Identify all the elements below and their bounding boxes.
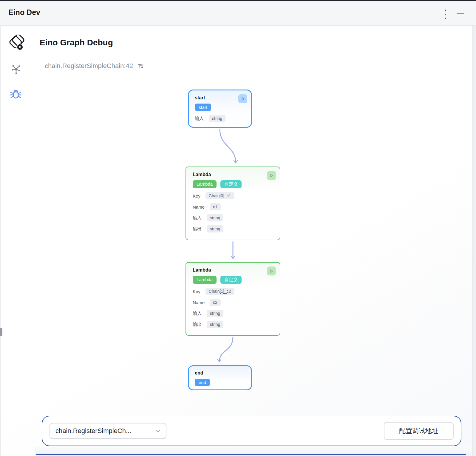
- flow-node-start[interactable]: start start 输入 string: [188, 90, 252, 128]
- input-label: 输入: [193, 311, 202, 316]
- output-label: 输出: [193, 322, 202, 327]
- chain-selector-value: chain.RegisterSimpleCh...: [55, 427, 131, 435]
- sort-icon[interactable]: [137, 62, 144, 70]
- name-label: Name: [193, 204, 205, 209]
- kebab-menu-icon[interactable]: [443, 10, 447, 19]
- flow-node-lambda-c2[interactable]: Lambda Lambda 自定义 Key Chain[1]_c2 Name c…: [186, 262, 280, 336]
- window-title: Eino Dev: [8, 8, 40, 17]
- minimize-icon[interactable]: [457, 13, 464, 14]
- graph-view-icon[interactable]: [11, 63, 21, 75]
- bug-debug-icon[interactable]: [10, 87, 22, 100]
- node-type-tag: Lambda: [193, 276, 217, 284]
- kebab-dot: [445, 18, 446, 19]
- page-title: Eino Graph Debug: [40, 38, 113, 47]
- node-title: end: [195, 370, 245, 376]
- scrollbar-gutter[interactable]: [472, 26, 476, 456]
- output-label: 输出: [193, 226, 202, 232]
- custom-tag: 自定义: [220, 276, 242, 284]
- panel-drag-handle[interactable]: [0, 328, 2, 336]
- kebab-dot: [445, 14, 446, 15]
- debug-toolbar: chain.RegisterSimpleCh... 配置调试地址: [42, 416, 461, 446]
- window-top-border: [0, 0, 476, 1]
- name-value-pill: c2: [210, 299, 221, 306]
- node-type-tag: end: [195, 379, 210, 386]
- play-icon: [269, 269, 274, 273]
- node-title: Lambda: [193, 267, 273, 273]
- key-label: Key: [193, 289, 200, 294]
- flow-node-lambda-c1[interactable]: Lambda Lambda 自定义 Key Chain[0]_c1 Name c…: [186, 167, 280, 240]
- name-value-pill: c1: [210, 203, 221, 210]
- input-type-pill: string: [209, 115, 225, 122]
- run-node-button[interactable]: [267, 266, 276, 275]
- output-type-pill: string: [207, 321, 223, 328]
- run-node-button[interactable]: [267, 171, 276, 180]
- node-type-tag: start: [195, 104, 211, 111]
- key-value-pill: Chain[0]_c1: [205, 192, 234, 199]
- key-value-pill: Chain[1]_c2: [205, 288, 234, 295]
- eino-logo-icon: [9, 35, 26, 52]
- chain-function-label: chain.RegisterSimpleChain:42: [45, 62, 133, 70]
- window-titlebar: Eino Dev: [0, 1, 476, 26]
- key-label: Key: [193, 193, 200, 198]
- input-type-pill: string: [207, 310, 223, 317]
- configure-debug-address-button[interactable]: 配置调试地址: [384, 422, 454, 440]
- custom-tag: 自定义: [220, 180, 242, 188]
- name-label: Name: [193, 300, 205, 305]
- node-type-tag: Lambda: [193, 180, 217, 188]
- play-icon: [241, 97, 245, 101]
- gear-icon: [17, 44, 23, 50]
- bottom-panel-top-border: [36, 454, 466, 455]
- node-title: start: [195, 95, 245, 101]
- play-icon: [269, 173, 274, 178]
- breadcrumb: chain.RegisterSimpleChain:42: [45, 62, 144, 70]
- input-label: 输入: [193, 215, 202, 221]
- chain-selector-dropdown[interactable]: chain.RegisterSimpleCh...: [50, 423, 166, 439]
- node-title: Lambda: [193, 172, 273, 177]
- kebab-dot: [445, 10, 446, 11]
- input-label: 输入: [195, 116, 204, 121]
- output-type-pill: string: [207, 225, 223, 232]
- flow-node-end[interactable]: end end: [188, 365, 252, 390]
- run-node-button[interactable]: [238, 94, 247, 103]
- input-type-pill: string: [207, 214, 223, 221]
- chevron-down-icon: [156, 429, 160, 432]
